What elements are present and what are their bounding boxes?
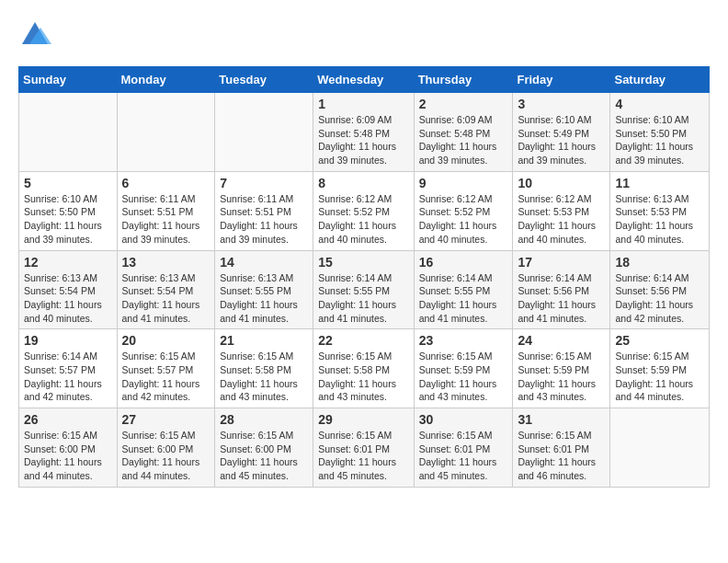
day-info: Sunrise: 6:15 AM Sunset: 6:01 PM Dayligh… (518, 429, 605, 483)
weekday-header: Sunday (19, 67, 118, 93)
day-info: Sunrise: 6:09 AM Sunset: 5:48 PM Dayligh… (318, 113, 408, 167)
calendar-week-row: 5Sunrise: 6:10 AM Sunset: 5:50 PM Daylig… (19, 171, 710, 250)
calendar-week-row: 19Sunrise: 6:14 AM Sunset: 5:57 PM Dayli… (19, 329, 710, 408)
calendar: SundayMondayTuesdayWednesdayThursdayFrid… (18, 66, 710, 488)
day-number: 18 (615, 255, 704, 270)
calendar-header-row: SundayMondayTuesdayWednesdayThursdayFrid… (19, 67, 710, 93)
calendar-cell: 30Sunrise: 6:15 AM Sunset: 6:01 PM Dayli… (414, 408, 513, 488)
day-number: 28 (220, 412, 308, 427)
day-info: Sunrise: 6:15 AM Sunset: 6:00 PM Dayligh… (122, 429, 210, 483)
day-info: Sunrise: 6:09 AM Sunset: 5:48 PM Dayligh… (419, 113, 508, 167)
day-number: 27 (122, 412, 210, 427)
weekday-header: Thursday (414, 67, 513, 93)
calendar-cell: 16Sunrise: 6:14 AM Sunset: 5:55 PM Dayli… (414, 250, 513, 329)
day-info: Sunrise: 6:14 AM Sunset: 5:57 PM Dayligh… (24, 350, 112, 404)
calendar-cell: 20Sunrise: 6:15 AM Sunset: 5:57 PM Dayli… (117, 329, 215, 408)
calendar-cell: 19Sunrise: 6:14 AM Sunset: 5:57 PM Dayli… (19, 329, 118, 408)
calendar-cell: 25Sunrise: 6:15 AM Sunset: 5:59 PM Dayli… (610, 329, 710, 408)
calendar-cell: 8Sunrise: 6:12 AM Sunset: 5:52 PM Daylig… (313, 171, 414, 250)
calendar-week-row: 1Sunrise: 6:09 AM Sunset: 5:48 PM Daylig… (19, 93, 710, 172)
calendar-cell: 2Sunrise: 6:09 AM Sunset: 5:48 PM Daylig… (414, 93, 513, 172)
day-number: 29 (318, 412, 408, 427)
day-info: Sunrise: 6:13 AM Sunset: 5:55 PM Dayligh… (220, 271, 308, 326)
day-info: Sunrise: 6:15 AM Sunset: 6:00 PM Dayligh… (220, 429, 308, 483)
day-number: 4 (615, 97, 704, 111)
day-info: Sunrise: 6:10 AM Sunset: 5:50 PM Dayligh… (24, 192, 112, 247)
day-number: 6 (122, 176, 210, 190)
calendar-week-row: 12Sunrise: 6:13 AM Sunset: 5:54 PM Dayli… (19, 250, 710, 329)
calendar-cell: 14Sunrise: 6:13 AM Sunset: 5:55 PM Dayli… (215, 250, 313, 329)
calendar-cell: 26Sunrise: 6:15 AM Sunset: 6:00 PM Dayli… (19, 408, 118, 488)
day-number: 30 (419, 412, 508, 427)
day-number: 13 (122, 255, 210, 270)
calendar-cell: 21Sunrise: 6:15 AM Sunset: 5:58 PM Dayli… (215, 329, 313, 408)
weekday-header: Tuesday (215, 67, 313, 93)
header (18, 18, 710, 52)
calendar-cell: 12Sunrise: 6:13 AM Sunset: 5:54 PM Dayli… (19, 250, 118, 329)
day-number: 1 (318, 97, 408, 111)
calendar-cell: 5Sunrise: 6:10 AM Sunset: 5:50 PM Daylig… (19, 171, 118, 250)
day-number: 31 (518, 412, 605, 427)
day-info: Sunrise: 6:15 AM Sunset: 5:59 PM Dayligh… (518, 350, 605, 404)
day-info: Sunrise: 6:11 AM Sunset: 5:51 PM Dayligh… (122, 192, 210, 247)
day-info: Sunrise: 6:14 AM Sunset: 5:56 PM Dayligh… (615, 271, 704, 326)
day-number: 22 (318, 333, 408, 348)
day-number: 11 (615, 176, 704, 190)
day-number: 20 (122, 333, 210, 348)
day-number: 5 (24, 176, 112, 190)
calendar-cell: 29Sunrise: 6:15 AM Sunset: 6:01 PM Dayli… (313, 408, 414, 488)
day-number: 2 (419, 97, 508, 111)
day-info: Sunrise: 6:13 AM Sunset: 5:53 PM Dayligh… (615, 192, 704, 247)
day-number: 17 (518, 255, 605, 270)
day-number: 25 (615, 333, 704, 348)
day-number: 7 (220, 176, 308, 190)
calendar-cell: 27Sunrise: 6:15 AM Sunset: 6:00 PM Dayli… (117, 408, 215, 488)
calendar-cell: 24Sunrise: 6:15 AM Sunset: 5:59 PM Dayli… (513, 329, 610, 408)
calendar-cell: 28Sunrise: 6:15 AM Sunset: 6:00 PM Dayli… (215, 408, 313, 488)
calendar-week-row: 26Sunrise: 6:15 AM Sunset: 6:00 PM Dayli… (19, 408, 710, 488)
day-number: 10 (518, 176, 605, 190)
calendar-cell: 9Sunrise: 6:12 AM Sunset: 5:52 PM Daylig… (414, 171, 513, 250)
calendar-cell: 23Sunrise: 6:15 AM Sunset: 5:59 PM Dayli… (414, 329, 513, 408)
day-info: Sunrise: 6:15 AM Sunset: 6:00 PM Dayligh… (24, 429, 112, 483)
calendar-cell: 17Sunrise: 6:14 AM Sunset: 5:56 PM Dayli… (513, 250, 610, 329)
calendar-cell (610, 408, 710, 488)
calendar-cell (117, 93, 215, 172)
day-info: Sunrise: 6:13 AM Sunset: 5:54 PM Dayligh… (122, 271, 210, 326)
calendar-cell: 3Sunrise: 6:10 AM Sunset: 5:49 PM Daylig… (513, 93, 610, 172)
day-info: Sunrise: 6:14 AM Sunset: 5:55 PM Dayligh… (318, 271, 408, 326)
calendar-cell: 11Sunrise: 6:13 AM Sunset: 5:53 PM Dayli… (610, 171, 710, 250)
day-number: 14 (220, 255, 308, 270)
day-number: 15 (318, 255, 408, 270)
day-number: 12 (24, 255, 112, 270)
calendar-cell: 18Sunrise: 6:14 AM Sunset: 5:56 PM Dayli… (610, 250, 710, 329)
calendar-cell: 7Sunrise: 6:11 AM Sunset: 5:51 PM Daylig… (215, 171, 313, 250)
calendar-cell (215, 93, 313, 172)
weekday-header: Wednesday (313, 67, 414, 93)
day-info: Sunrise: 6:12 AM Sunset: 5:52 PM Dayligh… (419, 192, 508, 247)
day-number: 3 (518, 97, 605, 111)
day-info: Sunrise: 6:12 AM Sunset: 5:52 PM Dayligh… (318, 192, 408, 247)
day-info: Sunrise: 6:15 AM Sunset: 5:58 PM Dayligh… (220, 350, 308, 404)
day-info: Sunrise: 6:15 AM Sunset: 5:59 PM Dayligh… (615, 350, 704, 404)
day-number: 21 (220, 333, 308, 348)
weekday-header: Friday (513, 67, 610, 93)
calendar-cell: 6Sunrise: 6:11 AM Sunset: 5:51 PM Daylig… (117, 171, 215, 250)
day-info: Sunrise: 6:15 AM Sunset: 6:01 PM Dayligh… (318, 429, 408, 483)
day-info: Sunrise: 6:10 AM Sunset: 5:50 PM Dayligh… (615, 113, 704, 167)
calendar-cell: 22Sunrise: 6:15 AM Sunset: 5:58 PM Dayli… (313, 329, 414, 408)
calendar-cell: 31Sunrise: 6:15 AM Sunset: 6:01 PM Dayli… (513, 408, 610, 488)
weekday-header: Saturday (610, 67, 710, 93)
day-info: Sunrise: 6:12 AM Sunset: 5:53 PM Dayligh… (518, 192, 605, 247)
day-number: 8 (318, 176, 408, 190)
day-number: 23 (419, 333, 508, 348)
day-number: 16 (419, 255, 508, 270)
day-info: Sunrise: 6:14 AM Sunset: 5:55 PM Dayligh… (419, 271, 508, 326)
day-number: 9 (419, 176, 508, 190)
logo (18, 18, 55, 52)
day-number: 24 (518, 333, 605, 348)
day-info: Sunrise: 6:13 AM Sunset: 5:54 PM Dayligh… (24, 271, 112, 326)
calendar-cell: 13Sunrise: 6:13 AM Sunset: 5:54 PM Dayli… (117, 250, 215, 329)
logo-icon (18, 18, 51, 52)
calendar-cell: 10Sunrise: 6:12 AM Sunset: 5:53 PM Dayli… (513, 171, 610, 250)
